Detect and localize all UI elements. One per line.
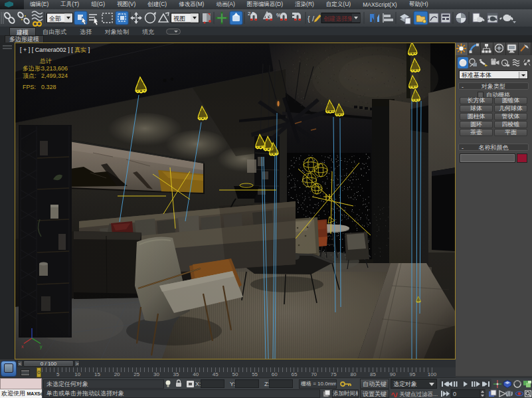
svg-text:FPS:: FPS: xyxy=(23,84,36,90)
svg-text:总计: 总计 xyxy=(39,58,52,64)
svg-text:视图: 视图 xyxy=(173,15,185,22)
svg-text:2.5: 2.5 xyxy=(248,11,254,17)
svg-text:x: x xyxy=(21,344,24,349)
svg-text:{: { xyxy=(308,15,310,23)
svg-text:创建选择集: 创建选择集 xyxy=(323,15,353,22)
svg-text:3,213,606: 3,213,606 xyxy=(41,65,68,72)
svg-text:2,499,324: 2,499,324 xyxy=(41,72,68,79)
svg-text:顶点:: 顶点: xyxy=(23,72,37,79)
svg-text:[ + ] [ Camera002 ] [ 真实 ]: [ + ] [ Camera002 ] [ 真实 ] xyxy=(20,47,90,53)
svg-text:0.328: 0.328 xyxy=(41,84,56,90)
svg-text:y: y xyxy=(40,344,43,349)
svg-text:多边形:: 多边形: xyxy=(23,65,43,72)
svg-text:0: 0 xyxy=(453,391,456,397)
svg-text:全部: 全部 xyxy=(49,15,61,22)
